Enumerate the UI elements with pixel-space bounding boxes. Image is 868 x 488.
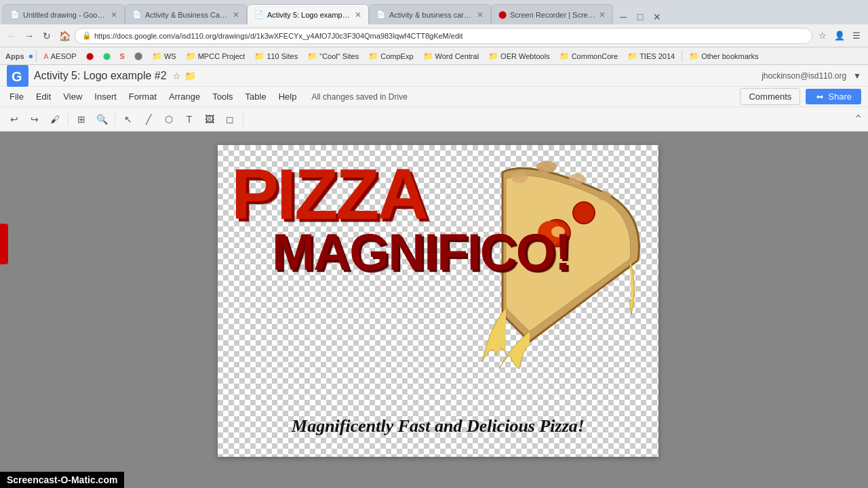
share-label: Share xyxy=(828,92,852,102)
comments-button[interactable]: Comments xyxy=(740,88,800,105)
bookmark-other[interactable]: 📁 Other bookmarks xyxy=(685,51,762,62)
bookmark-oer[interactable]: 📁 OER Webtools xyxy=(484,51,554,62)
folder-icon: 📁 xyxy=(254,52,264,61)
bookmark-mpcc[interactable]: 📁 MPCC Project xyxy=(182,51,250,62)
tab-business-card[interactable]: 📄 Activity & business card e ✕ xyxy=(369,4,491,24)
apps-button[interactable]: Apps xyxy=(5,52,24,60)
redo-button[interactable]: ↪ xyxy=(26,110,43,128)
folder-icon: 📁 xyxy=(423,52,433,61)
bookmark-compexp[interactable]: 📁 CompExp xyxy=(364,51,417,62)
menu-file[interactable]: File xyxy=(4,89,29,104)
bookmark-separator-2 xyxy=(682,51,682,62)
menu-insert[interactable]: Insert xyxy=(89,89,122,104)
tab-close[interactable]: ✕ xyxy=(355,10,361,20)
google-icon[interactable]: ● xyxy=(28,51,34,61)
tab-close[interactable]: ✕ xyxy=(111,10,117,20)
menu-edit[interactable]: Edit xyxy=(31,89,56,104)
menu-row: File Edit View Insert Format Arrange Too… xyxy=(0,87,868,107)
minimize-button[interactable]: ─ xyxy=(616,9,631,24)
folder-icon: 📁 xyxy=(368,52,378,61)
toolbar-collapse-button[interactable]: ⌃ xyxy=(854,113,863,125)
line-button[interactable]: ╱ xyxy=(140,110,157,128)
back-button[interactable]: ← xyxy=(4,28,19,43)
menu-format[interactable]: Format xyxy=(123,89,162,104)
zoom-button[interactable]: ⊞ xyxy=(73,110,90,128)
text-button[interactable]: T xyxy=(180,110,198,128)
svg-text:G: G xyxy=(12,69,22,84)
bookmark-label: "Cool" Sites xyxy=(319,52,359,60)
select-button[interactable]: ↖ xyxy=(119,110,137,128)
pizza-text: PIZZA xyxy=(231,159,427,230)
paint-format-button[interactable]: 🖌 xyxy=(46,110,64,128)
bookmark-ws[interactable]: 📁 WS xyxy=(148,51,180,62)
home-button[interactable]: 🏠 xyxy=(57,28,72,43)
bookmark-110sites[interactable]: 📁 110 Sites xyxy=(250,51,302,62)
canvas-area[interactable]: PIZZA MAGNIFICO! Magnificently Fast and … xyxy=(8,131,868,488)
close-button[interactable]: ✕ xyxy=(650,9,665,24)
bookmark-star-icon[interactable]: ☆ xyxy=(815,28,830,43)
image-button[interactable]: 🖼 xyxy=(201,110,218,128)
menu-icon[interactable]: ☰ xyxy=(849,28,864,43)
tab-close[interactable]: ✕ xyxy=(477,10,484,20)
bookmark-green-dot[interactable]: ⬤ xyxy=(99,52,115,60)
bookmark-s[interactable]: S xyxy=(116,52,129,61)
bookmark-label: AESOP xyxy=(51,52,77,60)
menu-view[interactable]: View xyxy=(58,89,87,104)
tab-logo-example[interactable]: 📄 Activity 5: Logo example : ✕ xyxy=(247,4,369,24)
tagline-text: Magnificently Fast and Delicious Pizza! xyxy=(231,416,645,436)
bookmark-label: OER Webtools xyxy=(500,52,550,60)
share-button[interactable]: Share xyxy=(806,89,861,104)
reload-button[interactable]: ↻ xyxy=(39,28,54,43)
left-sidebar-tab[interactable] xyxy=(0,224,8,264)
forward-button[interactable]: → xyxy=(22,28,37,43)
bookmark-word-central[interactable]: 📁 Word Central xyxy=(419,51,484,62)
bookmark-aesop[interactable]: A AESOP xyxy=(39,52,80,61)
bookmark-label: CommonCore xyxy=(572,52,618,60)
account-dropdown-icon[interactable]: ▼ xyxy=(853,71,861,81)
menu-tools[interactable]: Tools xyxy=(207,89,238,104)
drawing-canvas[interactable]: PIZZA MAGNIFICO! Magnificently Fast and … xyxy=(218,145,658,457)
bookmark-cool-sites[interactable]: 📁 "Cool" Sites xyxy=(303,51,363,62)
screencast-watermark: Screencast-O-Matic.com xyxy=(0,472,124,488)
tab-icon: 📄 xyxy=(376,10,386,19)
zoom-in-button[interactable]: 🔍 xyxy=(93,110,111,128)
shape-button[interactable]: ⬡ xyxy=(160,110,178,128)
bookmark-commoncore[interactable]: 📁 CommonCore xyxy=(555,51,622,62)
tab-icon: 📄 xyxy=(254,10,264,19)
undo-button[interactable]: ↩ xyxy=(5,110,23,128)
folder-icon[interactable]: 📁 xyxy=(184,70,196,81)
bookmark-label: CompExp xyxy=(380,52,413,60)
menu-bar: File Edit View Insert Format Arrange Too… xyxy=(0,89,306,104)
toolbar-separator-3 xyxy=(243,113,243,126)
menu-table[interactable]: Table xyxy=(240,89,272,104)
menu-arrange[interactable]: Arrange xyxy=(163,89,205,104)
other-button[interactable]: ◻ xyxy=(221,110,239,128)
tab-untitled-drawing[interactable]: 📄 Untitled drawing - Google ✕ xyxy=(3,4,125,24)
bookmark-icon: ⬤ xyxy=(134,52,142,60)
tab-icon: 📄 xyxy=(132,10,142,19)
nav-icons: ☆ 👤 ☰ xyxy=(815,28,864,43)
menu-help[interactable]: Help xyxy=(273,89,302,104)
bookmark-more1[interactable]: ⬤ xyxy=(130,51,146,61)
toolbar-separator-1 xyxy=(68,113,68,126)
app-bar-right: jhockinson@isd110.org ▼ xyxy=(762,71,861,81)
tab-activity-business[interactable]: 📄 Activity & Business Cards ✕ xyxy=(125,4,247,24)
tab-close[interactable]: ✕ xyxy=(233,10,239,20)
tab-screen-recorder[interactable]: ⬤ Screen Recorder | Screenc ✕ xyxy=(491,4,613,24)
bookmark-label: Word Central xyxy=(435,52,479,60)
svg-point-8 xyxy=(569,174,585,184)
bookmark-icon: S xyxy=(120,52,125,60)
person-icon[interactable]: 👤 xyxy=(832,28,847,43)
maximize-button[interactable]: □ xyxy=(633,9,648,24)
google-docs-icon: G xyxy=(7,65,28,87)
tab-close[interactable]: ✕ xyxy=(599,10,606,20)
svg-point-9 xyxy=(597,191,611,201)
star-icon[interactable]: ☆ xyxy=(172,70,181,81)
app-title-bar: G Activity 5: Logo example #2 ☆ 📁 jhocki… xyxy=(0,65,868,87)
document-title: Activity 5: Logo example #2 xyxy=(34,70,167,82)
bookmark-red-dot[interactable]: ⬤ xyxy=(82,52,98,60)
address-bar[interactable]: 🔒 https://docs.google.com/a/isd110.org/d… xyxy=(75,28,812,44)
user-account[interactable]: jhockinson@isd110.org xyxy=(762,71,846,81)
tab-label: Activity & Business Cards xyxy=(145,11,229,19)
bookmark-ties2014[interactable]: 📁 TIES 2014 xyxy=(623,51,679,62)
